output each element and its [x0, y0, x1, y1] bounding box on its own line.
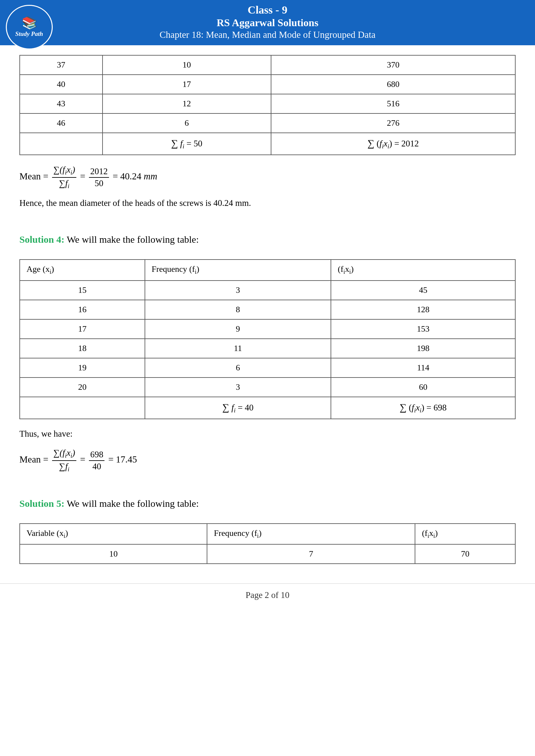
- table-row: 15 3 45: [20, 281, 515, 300]
- table-row: 20 3 60: [20, 378, 515, 397]
- table-row: 37 10 370: [20, 55, 515, 75]
- table-1: 37 10 370 40 17 680 43 12 516 46 6 276: [19, 55, 516, 155]
- table-header-row: Age (xi) Frequency (fi) (fixi): [20, 259, 515, 280]
- col-header-age: Age (xi): [20, 259, 145, 280]
- table-cell: 7: [207, 544, 415, 564]
- numerator-val-2: 698: [89, 449, 105, 461]
- table-cell: 12: [102, 94, 271, 114]
- logo-text: Study Path: [15, 30, 43, 38]
- denominator-val-2: 40: [91, 461, 102, 472]
- table-summary-row: ∑ fi = 50 ∑ (fixi) = 2012: [20, 133, 515, 155]
- solution-5-text: We will make the following table:: [67, 498, 199, 509]
- table-row: 40 17 680: [20, 75, 515, 94]
- table-row: 43 12 516: [20, 94, 515, 114]
- denominator-2: ∑fi: [58, 461, 71, 473]
- sigma-symbol-4: ∑: [400, 402, 406, 413]
- table-cell: 15: [20, 281, 145, 300]
- table-row: 46 6 276: [20, 114, 515, 133]
- denominator-val-1: 50: [93, 178, 104, 188]
- table-cell-sum-fixi-2: ∑ (fixi) = 698: [331, 397, 515, 419]
- solution-4-heading: Solution 4: We will make the following t…: [19, 234, 516, 245]
- numerator-2: ∑(fixi): [52, 448, 76, 461]
- mean-formula-1: Mean = ∑(fixi) ∑fi = 2012 50 = 40.24 mm: [19, 163, 516, 192]
- table-cell: 128: [331, 300, 515, 319]
- solution-5-label: Solution 5:: [19, 498, 64, 509]
- page-footer: Page 2 of 10: [0, 583, 535, 607]
- table-cell: 6: [102, 114, 271, 133]
- table-cell-empty-2: [20, 397, 145, 419]
- logo-container: 📚 Study Path: [3, 2, 55, 52]
- hence-paragraph-1: Hence, the mean diameter of the heads of…: [19, 196, 516, 210]
- table-cell: 70: [415, 544, 515, 564]
- table-cell: 17: [20, 319, 145, 339]
- table-cell: 114: [331, 358, 515, 378]
- table-cell: 16: [20, 300, 145, 319]
- logo-oval: 📚 Study Path: [6, 5, 53, 49]
- table-cell: 198: [331, 339, 515, 358]
- sum-fi-label: fi: [180, 139, 184, 148]
- logo-book-icon: 📚: [22, 17, 37, 29]
- fraction-3: ∑(fixi) ∑fi: [52, 448, 76, 473]
- table-cell: 10: [102, 55, 271, 75]
- table-row: 16 8 128: [20, 300, 515, 319]
- solution-4-text: We will make the following table:: [67, 234, 199, 245]
- table-cell: 153: [331, 319, 515, 339]
- table-summary-row-2: ∑ fi = 40 ∑ (fixi) = 698: [20, 397, 515, 419]
- solution-4-label: Solution 4:: [19, 234, 64, 245]
- table-cell: 8: [145, 300, 331, 319]
- table-cell: 680: [271, 75, 515, 94]
- table-cell-empty: [20, 133, 102, 155]
- table-cell: 19: [20, 358, 145, 378]
- sigma-symbol-3: ∑: [222, 402, 229, 413]
- table-cell-sum-fixi: ∑ (fixi) = 2012: [271, 133, 515, 155]
- mean-formula-2: Mean = ∑(fixi) ∑fi = 698 40 = 17.45: [19, 446, 516, 475]
- header-class: Class - 9: [0, 4, 535, 16]
- solution-5-heading: Solution 5: We will make the following t…: [19, 498, 516, 509]
- table-cell: 18: [20, 339, 145, 358]
- sigma-symbol: ∑: [171, 138, 178, 148]
- table-cell: 17: [102, 75, 271, 94]
- thus-paragraph: Thus, we have:: [19, 427, 516, 441]
- table-row: 18 11 198: [20, 339, 515, 358]
- col-header-freq: Frequency (fi): [145, 259, 331, 280]
- denominator-1: ∑fi: [58, 178, 71, 190]
- table-cell: 3: [145, 281, 331, 300]
- table-cell: 40: [20, 75, 102, 94]
- table-cell: 516: [271, 94, 515, 114]
- table-cell: 10: [20, 544, 207, 564]
- table-row: 17 9 153: [20, 319, 515, 339]
- table-cell: 45: [331, 281, 515, 300]
- table-cell: 37: [20, 55, 102, 75]
- table-cell: 6: [145, 358, 331, 378]
- table-cell: 3: [145, 378, 331, 397]
- table-cell: 11: [145, 339, 331, 358]
- col-header-fixi: (fixi): [331, 259, 515, 280]
- table-cell: 20: [20, 378, 145, 397]
- table-2: Age (xi) Frequency (fi) (fixi) 15 3 45 1…: [19, 259, 516, 419]
- sigma-symbol-2: ∑: [367, 138, 374, 148]
- fraction-1: ∑(fixi) ∑fi: [52, 165, 76, 190]
- table-cell: 370: [271, 55, 515, 75]
- col-header-freq-2: Frequency (fi): [207, 524, 415, 544]
- table-cell-sum-f-2: ∑ fi = 40: [145, 397, 331, 419]
- header-book: RS Aggarwal Solutions: [0, 17, 535, 29]
- col-header-fixi-2: (fixi): [415, 524, 515, 544]
- col-header-variable: Variable (xi): [20, 524, 207, 544]
- table-cell: 9: [145, 319, 331, 339]
- table-3: Variable (xi) Frequency (fi) (fixi) 10 7…: [19, 523, 516, 564]
- table-cell-sum-f: ∑ fi = 50: [102, 133, 271, 155]
- fraction-2: 2012 50: [89, 167, 109, 188]
- numerator-1: ∑(fixi): [52, 165, 76, 177]
- table-cell: 43: [20, 94, 102, 114]
- fixi-label: fixi: [380, 139, 389, 148]
- table-row: 19 6 114: [20, 358, 515, 378]
- table-cell: 276: [271, 114, 515, 133]
- fraction-4: 698 40: [89, 449, 105, 472]
- table-cell: 46: [20, 114, 102, 133]
- table-row: 10 7 70: [20, 544, 515, 564]
- header-chapter: Chapter 18: Mean, Median and Mode of Ung…: [0, 29, 535, 40]
- table-3-header-row: Variable (xi) Frequency (fi) (fixi): [20, 524, 515, 544]
- table-cell: 60: [331, 378, 515, 397]
- numerator-val-1: 2012: [89, 167, 109, 178]
